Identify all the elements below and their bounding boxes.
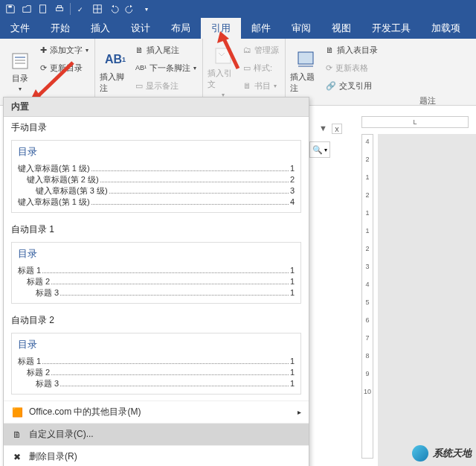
tab-file[interactable]: 文件 (0, 18, 40, 39)
globe-icon (412, 445, 428, 462)
toc-button[interactable]: 目录 ▾ (4, 42, 36, 101)
spelling-icon[interactable]: ✓ (74, 1, 89, 16)
chevron-right-icon: ▸ (298, 408, 301, 416)
tab-layout[interactable]: 布局 (161, 18, 201, 39)
footnote-icon: AB1 (105, 49, 126, 70)
search-box[interactable]: 🔍 ▾ (309, 141, 330, 158)
vertical-ruler[interactable]: 4 2 1 2 1 1 2 3 4 5 6 7 8 9 10 (361, 134, 373, 459)
undo-icon[interactable] (106, 1, 121, 16)
auto-toc1-title: 自动目录 1 (4, 219, 309, 240)
svg-rect-0 (8, 6, 11, 8)
tab-view[interactable]: 视图 (321, 18, 361, 39)
svg-text:✓: ✓ (77, 6, 83, 13)
remove-toc[interactable]: ✖ 删除目录(R) (4, 445, 309, 466)
group-toc: 目录 ▾ ✚添加文字▾ ⟳更新目录 (0, 39, 95, 105)
group-captions: 插入题注 🗎插入表目录 ⟳更新表格 🔗交叉引用 (286, 39, 384, 105)
group-caption-label: 题注 (419, 95, 436, 106)
office-more-toc[interactable]: 🟧 Office.com 中的其他目录(M) ▸ (4, 400, 309, 423)
insert-endnote-button[interactable]: 🗎插入尾注 (134, 42, 198, 58)
notes-icon: ▭ (135, 81, 143, 91)
caption-icon (295, 49, 316, 70)
manual-toc-preview[interactable]: 目录 键入章标题(第 1 级)1 键入章标题(第 2 级)2 键入章标题(第 3… (11, 140, 301, 213)
insert-footnote-button[interactable]: AB1 插入脚注 (100, 42, 131, 101)
print-icon[interactable] (52, 1, 67, 16)
office-icon: 🟧 (11, 406, 23, 418)
show-notes-button[interactable]: ▭显示备注 (134, 77, 198, 94)
svg-rect-2 (57, 7, 63, 10)
style-icon: ▭ (243, 63, 251, 73)
horizontal-ruler[interactable]: L (361, 116, 469, 128)
chevron-down-icon: ▾ (19, 86, 22, 92)
svg-rect-1 (40, 5, 46, 13)
tab-home[interactable]: 开始 (40, 18, 80, 39)
chevron-down-icon: ▾ (324, 147, 327, 153)
svg-rect-12 (216, 48, 231, 63)
manage-sources-button[interactable]: 🗂管理源 (242, 42, 280, 58)
toc-gallery-dropdown: 内置 手动目录 目录 键入章标题(第 1 级)1 键入章标题(第 2 级)2 键… (3, 97, 309, 466)
open-icon[interactable] (19, 1, 34, 16)
toc-label: 目录 (12, 73, 28, 84)
biblio-icon: 🗏 (243, 81, 251, 90)
pane-close-button[interactable]: x (332, 124, 342, 134)
endnote-icon: 🗎 (135, 45, 144, 54)
citation-icon (213, 45, 234, 66)
insert-citation-button[interactable]: 插入引文 ▾ (208, 42, 239, 101)
gallery-header: 内置 (4, 98, 309, 117)
toc-icon (10, 51, 30, 71)
tof-icon: 🗎 (326, 45, 334, 54)
quick-access-toolbar: ✓ ▾ (0, 0, 476, 18)
qat-more-icon[interactable]: ▾ (139, 1, 154, 16)
cross-ref-button[interactable]: 🔗交叉引用 (324, 77, 379, 94)
search-icon: 🔍 (312, 145, 323, 155)
svg-rect-3 (57, 6, 61, 8)
update-tof-icon: ⟳ (326, 63, 332, 73)
watermark: 系统天地 (412, 445, 472, 462)
bibliography-button[interactable]: 🗏书目▾ (242, 77, 280, 94)
redo-icon[interactable] (123, 1, 138, 16)
manage-icon: 🗂 (243, 45, 251, 54)
auto-toc2-title: 自动目录 2 (4, 310, 309, 331)
tab-references[interactable]: 引用 (201, 18, 241, 39)
update-toc-button[interactable]: ⟳更新目录 (39, 60, 90, 76)
pane-dropdown-icon[interactable]: ▼ (319, 124, 327, 134)
auto-toc1-preview[interactable]: 目录 标题 11 标题 21 标题 31 (11, 242, 301, 304)
tab-mail[interactable]: 邮件 (241, 18, 281, 39)
table-icon[interactable] (90, 1, 105, 16)
update-tof-button[interactable]: ⟳更新表格 (324, 60, 379, 76)
tab-design[interactable]: 设计 (120, 18, 161, 39)
group-footnotes: AB1 插入脚注 🗎插入尾注 AB¹下一条脚注▾ ▭显示备注 (95, 39, 203, 105)
tab-insert[interactable]: 插入 (80, 18, 120, 39)
tab-devtools[interactable]: 开发工具 (361, 18, 421, 39)
next-footnote-button[interactable]: AB¹下一条脚注▾ (134, 60, 198, 76)
save-icon[interactable] (3, 1, 18, 16)
tab-review[interactable]: 审阅 (281, 18, 321, 39)
pane-controls: ▼ x (319, 124, 342, 134)
update-icon: ⟳ (40, 63, 47, 73)
style-dropdown[interactable]: ▭样式: (242, 60, 280, 76)
custom-toc-icon: 🗎 (11, 429, 23, 441)
ribbon-tabs: 文件 开始 插入 设计 布局 引用 邮件 审阅 视图 开发工具 加载项 (0, 18, 476, 39)
svg-rect-8 (13, 54, 28, 68)
document-area[interactable] (378, 134, 476, 466)
insert-tof-button[interactable]: 🗎插入表目录 (324, 42, 379, 58)
svg-rect-13 (298, 52, 313, 64)
tab-addins[interactable]: 加载项 (421, 18, 471, 39)
crossref-icon: 🔗 (326, 81, 336, 91)
insert-caption-button[interactable]: 插入题注 (290, 42, 321, 101)
add-text-icon: ✚ (40, 45, 47, 55)
new-doc-icon[interactable] (36, 1, 51, 16)
auto-toc2-preview[interactable]: 目录 标题 11 标题 21 标题 31 (11, 333, 301, 395)
manual-toc-title: 手动目录 (4, 117, 309, 138)
add-text-button[interactable]: ✚添加文字▾ (39, 42, 90, 58)
custom-toc[interactable]: 🗎 自定义目录(C)... (4, 423, 309, 445)
separator (70, 3, 71, 15)
group-citations: 插入引文 ▾ 🗂管理源 ▭样式: 🗏书目▾ (203, 39, 286, 105)
ribbon: 目录 ▾ ✚添加文字▾ ⟳更新目录 AB1 插入脚注 🗎插入尾注 AB¹下一条脚… (0, 39, 476, 106)
remove-toc-icon: ✖ (11, 451, 23, 463)
